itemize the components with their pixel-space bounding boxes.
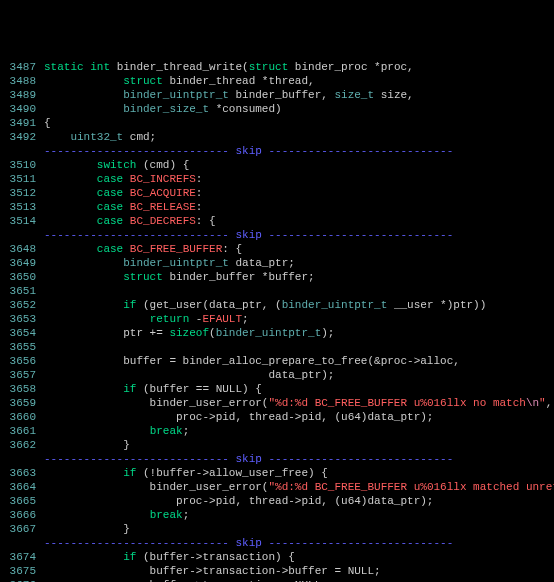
line-number: 3492 [6,130,44,144]
line-number: 3650 [6,270,44,284]
line-number [6,452,44,466]
code-content: ---------------------------- skip ------… [44,452,548,466]
line-number: 3491 [6,116,44,130]
code-content: ptr += sizeof(binder_uintptr_t); [44,326,548,340]
code-line: 3664 binder_user_error("%d:%d BC_FREE_BU… [6,480,548,494]
code-line: 3654 ptr += sizeof(binder_uintptr_t); [6,326,548,340]
line-number: 3512 [6,186,44,200]
code-line: 3660 proc->pid, thread->pid, (u64)data_p… [6,410,548,424]
code-content: ---------------------------- skip ------… [44,228,548,242]
code-line: 3511 case BC_INCREFS: [6,172,548,186]
code-content: binder_user_error("%d:%d BC_FREE_BUFFER … [44,396,552,410]
code-content: case BC_INCREFS: [44,172,548,186]
code-line: 3514 case BC_DECREFS: { [6,214,548,228]
line-number: 3661 [6,424,44,438]
code-content: buffer->transaction->buffer = NULL; [44,564,548,578]
line-number [6,144,44,158]
line-number: 3662 [6,438,44,452]
line-number: 3489 [6,88,44,102]
code-content: struct binder_thread *thread, [44,74,548,88]
code-content: static int binder_thread_write(struct bi… [44,60,548,74]
code-content: ---------------------------- skip ------… [44,144,548,158]
code-content: { [44,116,548,130]
code-content [44,340,548,354]
code-line: 3659 binder_user_error("%d:%d BC_FREE_BU… [6,396,548,410]
code-line: 3653 return -EFAULT; [6,312,548,326]
line-number: 3513 [6,200,44,214]
code-line: 3651 [6,284,548,298]
line-number: 3488 [6,74,44,88]
code-content: data_ptr); [44,368,548,382]
code-content: binder_uintptr_t data_ptr; [44,256,548,270]
code-line: 3488 struct binder_thread *thread, [6,74,548,88]
line-number: 3653 [6,312,44,326]
line-number: 3675 [6,564,44,578]
line-number [6,536,44,550]
code-line: 3662 } [6,438,548,452]
code-content: uint32_t cmd; [44,130,548,144]
code-line: 3489 binder_uintptr_t binder_buffer, siz… [6,88,548,102]
code-content: break; [44,508,548,522]
code-content: buffer = binder_alloc_prepare_to_free(&p… [44,354,548,368]
code-line: 3661 break; [6,424,548,438]
code-content: } [44,522,548,536]
skip-separator: ---------------------------- skip ------… [6,536,548,550]
line-number: 3490 [6,102,44,116]
line-number: 3510 [6,158,44,172]
code-line: 3652 if (get_user(data_ptr, (binder_uint… [6,298,548,312]
code-content: binder_uintptr_t binder_buffer, size_t s… [44,88,548,102]
line-number: 3657 [6,368,44,382]
code-line: 3648 case BC_FREE_BUFFER: { [6,242,548,256]
line-number: 3654 [6,326,44,340]
code-line: 3663 if (!buffer->allow_user_free) { [6,466,548,480]
line-number: 3652 [6,298,44,312]
code-line: 3513 case BC_RELEASE: [6,200,548,214]
code-content: } [44,438,548,452]
code-line: 3675 buffer->transaction->buffer = NULL; [6,564,548,578]
code-content: binder_user_error("%d:%d BC_FREE_BUFFER … [44,480,554,494]
code-content: case BC_DECREFS: { [44,214,548,228]
code-content: struct binder_buffer *buffer; [44,270,548,284]
line-number: 3660 [6,410,44,424]
code-content: buffer->transaction = NULL; [44,578,548,582]
code-content: if (buffer == NULL) { [44,382,548,396]
line-number: 3674 [6,550,44,564]
code-line: 3656 buffer = binder_alloc_prepare_to_fr… [6,354,548,368]
code-line: 3492 uint32_t cmd; [6,130,548,144]
code-block: 3487static int binder_thread_write(struc… [6,60,548,582]
line-number: 3651 [6,284,44,298]
skip-separator: ---------------------------- skip ------… [6,452,548,466]
line-number: 3656 [6,354,44,368]
code-line: 3674 if (buffer->transaction) { [6,550,548,564]
line-number: 3659 [6,396,44,410]
line-number: 3676 [6,578,44,582]
code-content: if (!buffer->allow_user_free) { [44,466,548,480]
code-line: 3490 binder_size_t *consumed) [6,102,548,116]
code-content: proc->pid, thread->pid, (u64)data_ptr); [44,410,548,424]
code-content: switch (cmd) { [44,158,548,172]
code-line: 3665 proc->pid, thread->pid, (u64)data_p… [6,494,548,508]
code-content: case BC_FREE_BUFFER: { [44,242,548,256]
line-number: 3666 [6,508,44,522]
code-content: binder_size_t *consumed) [44,102,548,116]
code-line: 3667 } [6,522,548,536]
skip-separator: ---------------------------- skip ------… [6,144,548,158]
code-content [44,284,548,298]
line-number: 3514 [6,214,44,228]
code-line: 3657 data_ptr); [6,368,548,382]
code-content: proc->pid, thread->pid, (u64)data_ptr); [44,494,548,508]
code-line: 3655 [6,340,548,354]
code-line: 3512 case BC_ACQUIRE: [6,186,548,200]
code-line: 3658 if (buffer == NULL) { [6,382,548,396]
code-content: case BC_ACQUIRE: [44,186,548,200]
code-content: return -EFAULT; [44,312,548,326]
code-line: 3649 binder_uintptr_t data_ptr; [6,256,548,270]
code-content: if (get_user(data_ptr, (binder_uintptr_t… [44,298,548,312]
skip-separator: ---------------------------- skip ------… [6,228,548,242]
line-number: 3658 [6,382,44,396]
code-content: break; [44,424,548,438]
line-number: 3648 [6,242,44,256]
line-number: 3663 [6,466,44,480]
line-number: 3655 [6,340,44,354]
line-number: 3649 [6,256,44,270]
